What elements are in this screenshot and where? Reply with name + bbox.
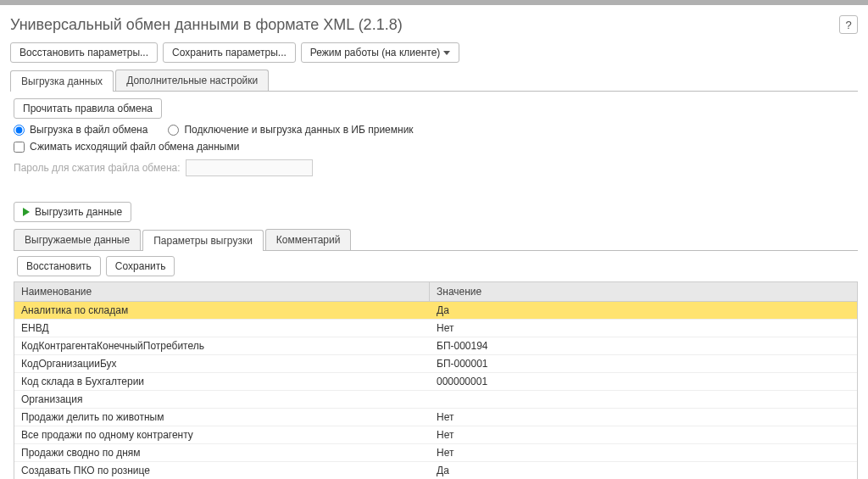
table-row[interactable]: КодОрганизацииБухБП-000001 (14, 355, 857, 373)
restore-params-button[interactable]: Восстановить параметры... (10, 42, 158, 63)
table-row[interactable]: Создавать ПКО по розницеДа (14, 462, 857, 479)
cell-name: Продажи сводно по дням (14, 444, 430, 461)
cell-value[interactable]: БП-000194 (430, 337, 857, 354)
cell-value[interactable] (430, 391, 857, 408)
radio-export-to-ib-label: Подключение и выгрузка данных в ИБ прием… (184, 124, 413, 136)
cell-name: ЕНВД (14, 320, 430, 337)
save-button[interactable]: Сохранить (106, 256, 175, 276)
cell-name: Аналитика по складам (14, 302, 430, 319)
cell-value[interactable]: 000000001 (430, 373, 857, 390)
cell-value[interactable]: Да (430, 462, 857, 479)
cell-value[interactable]: Нет (430, 426, 857, 443)
cell-value[interactable]: Да (430, 302, 857, 319)
table-row[interactable]: Аналитика по складамДа (14, 302, 857, 320)
read-rules-button[interactable]: Прочитать правила обмена (14, 98, 162, 119)
top-tabs: Выгрузка данных Дополнительные настройки (10, 70, 858, 92)
th-value: Значение (430, 282, 857, 301)
tab-comment[interactable]: Комментарий (265, 229, 352, 250)
table-row[interactable]: Продажи делить по животнымНет (14, 409, 857, 426)
cell-name: КодКонтрагентаКонечныйПотребитель (14, 337, 430, 354)
params-table: Наименование Значение Аналитика по склад… (14, 281, 858, 479)
cell-value[interactable]: Нет (430, 409, 857, 426)
radio-export-to-file-label: Выгрузка в файл обмена (30, 124, 147, 136)
radio-export-to-file[interactable] (14, 125, 25, 136)
chevron-down-icon (443, 51, 450, 55)
radio-export-to-ib[interactable] (168, 125, 179, 136)
export-data-button-label: Выгрузить данные (35, 206, 122, 218)
save-params-button[interactable]: Сохранить параметры... (163, 42, 296, 63)
compress-checkbox[interactable] (14, 142, 25, 153)
tab-exported-data[interactable]: Выгружаемые данные (14, 229, 141, 250)
cell-name: Организация (14, 391, 430, 408)
table-row[interactable]: Код склада в Бухгалтерии000000001 (14, 373, 857, 391)
tab-export-data[interactable]: Выгрузка данных (10, 70, 114, 92)
table-row[interactable]: Организация (14, 391, 857, 409)
cell-name: Создавать ПКО по рознице (14, 462, 430, 479)
table-row[interactable]: ЕНВДНет (14, 320, 857, 337)
inner-tabs: Выгружаемые данные Параметры выгрузки Ко… (14, 229, 858, 251)
page-title: Универсальный обмен данными в формате XM… (10, 16, 403, 34)
password-input (186, 159, 313, 176)
mode-dropdown-button[interactable]: Режим работы (на клиенте) (301, 42, 459, 63)
cell-value[interactable]: Нет (430, 320, 857, 337)
restore-button[interactable]: Восстановить (17, 256, 101, 276)
mode-dropdown-label: Режим работы (на клиенте) (310, 47, 440, 58)
main-toolbar: Восстановить параметры... Сохранить пара… (10, 42, 858, 63)
cell-value[interactable]: Нет (430, 444, 857, 461)
cell-name: Продажи делить по животным (14, 409, 430, 426)
cell-name: КодОрганизацииБух (14, 355, 430, 372)
play-icon (23, 208, 30, 216)
tab-additional-settings[interactable]: Дополнительные настройки (115, 70, 269, 91)
table-row[interactable]: Все продажи по одному контрагентуНет (14, 426, 857, 444)
tab-export-params[interactable]: Параметры выгрузки (142, 230, 264, 251)
table-header: Наименование Значение (14, 281, 857, 302)
table-row[interactable]: КодКонтрагентаКонечныйПотребительБП-0001… (14, 337, 857, 355)
cell-name: Все продажи по одному контрагенту (14, 426, 430, 443)
table-row[interactable]: Продажи сводно по днямНет (14, 444, 857, 462)
help-button[interactable]: ? (839, 15, 858, 34)
password-label: Пароль для сжатия файла обмена: (14, 162, 181, 174)
cell-name: Код склада в Бухгалтерии (14, 373, 430, 390)
cell-value[interactable]: БП-000001 (430, 355, 857, 372)
export-data-button[interactable]: Выгрузить данные (14, 202, 131, 222)
compress-label: Сжимать исходящий файл обмена данными (30, 141, 239, 153)
th-name: Наименование (14, 282, 430, 301)
